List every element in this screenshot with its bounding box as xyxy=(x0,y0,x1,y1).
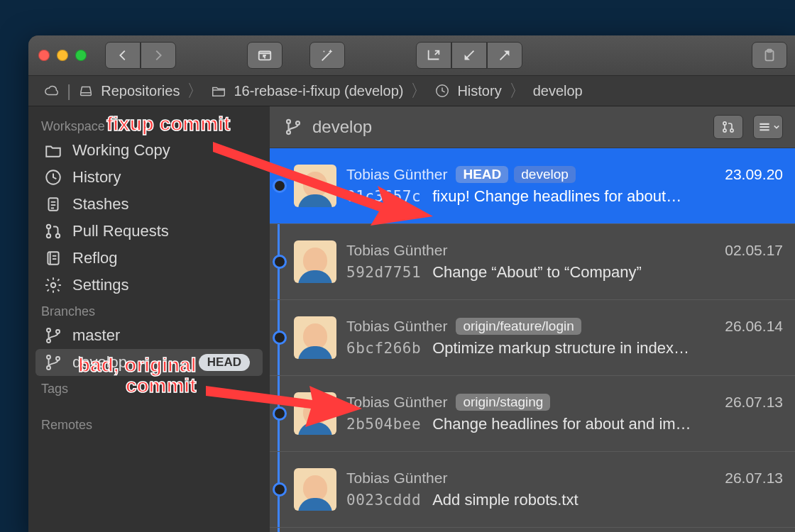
svg-point-2 xyxy=(324,51,325,52)
crumb-repositories[interactable]: Repositories xyxy=(72,83,185,99)
commit-message: fixup! Change headlines for about… xyxy=(432,187,783,206)
svg-point-24 xyxy=(47,355,50,359)
commit-author: Tobias Günther xyxy=(346,318,447,335)
sidebar-item-reflog[interactable]: Reflog xyxy=(28,245,270,272)
pull-button[interactable] xyxy=(451,42,487,69)
avatar xyxy=(294,468,336,511)
content: develop Tobias GüntherHEADdevelop23.09.2… xyxy=(270,106,795,532)
ref-chip[interactable]: origin/feature/login xyxy=(456,318,581,335)
crumb-history-label: History xyxy=(457,83,501,99)
nav-back-button[interactable] xyxy=(105,42,141,69)
commit-row[interactable]: Tobias Güntherorigin/feature/login26.06.… xyxy=(270,300,795,376)
crumb-ref-label: develop xyxy=(533,83,583,99)
pull-request-icon xyxy=(721,120,735,134)
zoom-window-button[interactable] xyxy=(75,50,87,61)
sidebar-item-history[interactable]: History xyxy=(28,164,270,191)
svg-rect-16 xyxy=(48,252,58,264)
avatar xyxy=(294,392,336,435)
svg-point-14 xyxy=(47,234,50,238)
sidebar-item-stashes[interactable]: Stashes xyxy=(28,191,270,218)
svg-point-30 xyxy=(723,122,726,125)
svg-rect-5 xyxy=(81,93,92,96)
commit-message: Change headlines for about and im… xyxy=(432,415,783,433)
commit-date: 26.07.13 xyxy=(725,394,783,411)
clock-icon xyxy=(434,83,450,99)
sidebar-item-working-copy[interactable]: Working Copy xyxy=(28,137,270,164)
hamburger-icon xyxy=(757,120,772,134)
graph-node xyxy=(270,306,290,370)
clock-icon xyxy=(44,168,62,187)
sidebar-branch-master[interactable]: master xyxy=(28,322,270,349)
sidebar-section-tags: Tags xyxy=(28,376,270,399)
commit-row[interactable]: Tobias Günther02.05.17592d7751Change “Ab… xyxy=(270,224,795,300)
branch-icon xyxy=(44,353,62,372)
clipboard-icon xyxy=(44,195,62,214)
commit-message: Optimize markup structure in index… xyxy=(432,339,783,358)
graph-node xyxy=(270,382,290,445)
svg-point-13 xyxy=(47,225,50,228)
branch-icon xyxy=(284,118,302,136)
close-window-button[interactable] xyxy=(38,50,50,61)
stash-button[interactable] xyxy=(752,42,787,69)
gear-icon xyxy=(44,276,62,294)
push-icon xyxy=(497,48,512,63)
sidebar-branch-develop[interactable]: develop HEAD xyxy=(35,349,263,376)
crumb-history[interactable]: History xyxy=(429,83,507,99)
commit-hash: 01c3657c xyxy=(346,188,421,205)
open-folder-button[interactable] xyxy=(247,42,283,69)
commit-date: 26.06.14 xyxy=(725,318,783,335)
sidebar-section-workspace: Workspace xyxy=(28,113,270,137)
branch-icon xyxy=(44,326,62,345)
commit-row[interactable]: Tobias Günther xyxy=(270,528,795,532)
reflog-icon xyxy=(44,249,62,267)
commit-author: Tobias Günther xyxy=(346,166,447,183)
magic-button[interactable] xyxy=(309,42,345,69)
graph-node xyxy=(270,154,290,218)
avatar xyxy=(294,165,336,207)
commit-author: Tobias Günther xyxy=(346,470,447,487)
view-options-button[interactable] xyxy=(753,115,783,139)
svg-point-27 xyxy=(287,120,290,123)
svg-point-25 xyxy=(47,366,50,370)
ref-chip[interactable]: origin/staging xyxy=(456,394,550,411)
commit-row[interactable]: Tobias GüntherHEADdevelop23.09.2001c3657… xyxy=(270,148,795,224)
commit-hash: 0023cddd xyxy=(346,492,421,509)
chevron-down-icon xyxy=(774,124,779,130)
commit-hash: 592d7751 xyxy=(346,264,421,281)
sidebar-item-pull-requests[interactable]: Pull Requests xyxy=(28,218,270,245)
push-button[interactable] xyxy=(487,42,522,69)
commit-hash: 2b504bee xyxy=(346,416,421,433)
folder-open-icon xyxy=(257,48,273,63)
ref-chip[interactable]: develop xyxy=(514,166,576,183)
commit-message: Change “About” to “Company” xyxy=(432,263,783,282)
commit-list[interactable]: Tobias GüntherHEADdevelop23.09.2001c3657… xyxy=(270,148,795,532)
crumb-ref[interactable]: develop xyxy=(527,83,588,99)
commit-author: Tobias Günther xyxy=(346,242,447,259)
sidebar-section-branches: Branches xyxy=(28,299,270,322)
titlebar xyxy=(28,35,795,76)
avatar xyxy=(294,240,336,283)
commit-row[interactable]: Tobias Güntherorigin/staging26.07.132b50… xyxy=(270,376,795,452)
svg-point-20 xyxy=(51,283,56,288)
content-title: develop xyxy=(312,117,372,137)
svg-point-21 xyxy=(47,328,50,332)
fetch-button[interactable] xyxy=(416,42,451,69)
pull-icon xyxy=(461,48,477,63)
window-controls xyxy=(38,50,87,61)
commit-message: Add simple robots.txt xyxy=(432,491,783,509)
commit-date: 26.07.13 xyxy=(725,470,783,487)
clipboard-icon xyxy=(762,48,777,63)
crumb-cloud[interactable] xyxy=(38,83,65,99)
nav-forward-button[interactable] xyxy=(141,42,176,69)
compare-button[interactable] xyxy=(713,115,743,139)
graph-node xyxy=(270,458,290,521)
sidebar-item-settings[interactable]: Settings xyxy=(28,272,270,299)
commit-date: 23.09.20 xyxy=(725,166,783,183)
minimize-window-button[interactable] xyxy=(57,50,68,61)
crumb-repo[interactable]: 16-rebase-i-fixup (develop) xyxy=(205,83,409,99)
commit-author: Tobias Günther xyxy=(346,394,447,411)
disk-icon xyxy=(78,83,94,99)
svg-line-1 xyxy=(322,52,330,60)
commit-row[interactable]: Tobias Günther26.07.130023cdddAdd simple… xyxy=(270,452,795,528)
ref-chip[interactable]: HEAD xyxy=(456,166,508,183)
